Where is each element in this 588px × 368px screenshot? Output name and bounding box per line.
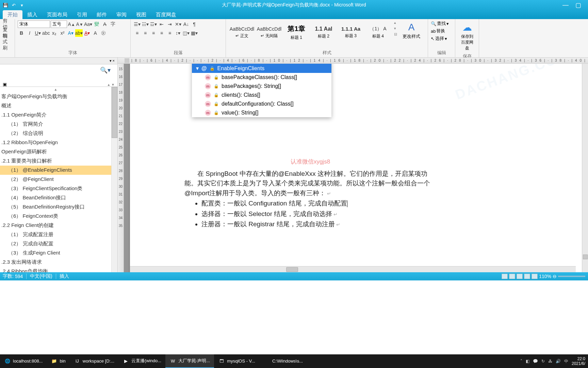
style-scroll-up[interactable]: ▴ xyxy=(394,20,397,25)
nav-item[interactable]: （2） 完成自动配置 xyxy=(0,239,111,248)
tray-sound-icon[interactable]: 🔊 xyxy=(556,359,561,364)
multilevel-icon[interactable]: ☲▾ xyxy=(150,20,157,28)
decrease-indent-icon[interactable]: ⇤ xyxy=(158,20,165,28)
horizontal-scrollbar[interactable] xyxy=(130,266,576,272)
tab-baidu[interactable]: 百度网盘 xyxy=(151,10,181,19)
ide-row[interactable]: m 🔒 basePackageClasses(): Class[] xyxy=(192,73,331,82)
char-shading-icon[interactable]: A xyxy=(92,29,99,37)
grow-font-icon[interactable]: A▲ xyxy=(68,20,75,28)
tab-review[interactable]: 审阅 xyxy=(112,10,131,19)
font-color-icon[interactable]: A▾ xyxy=(83,29,91,37)
word-count-label[interactable]: 字数: xyxy=(3,273,14,279)
style-h3[interactable]: 1.1.1 Aa标题 3 xyxy=(338,22,364,43)
nav-item[interactable]: （2） @FeignClient xyxy=(0,175,111,184)
tray-date[interactable]: 2021/6/ xyxy=(572,361,585,366)
nav-item[interactable]: 概述 xyxy=(0,101,111,110)
underline-icon[interactable]: U▾ xyxy=(34,29,42,37)
nav-item[interactable]: OpenFeign源码解析 xyxy=(0,147,111,156)
style-nospace[interactable]: AaBbCcDdl↵ 无间隔 xyxy=(256,22,282,43)
italic-icon[interactable]: I xyxy=(26,29,33,37)
change-styles-button[interactable]: A 更改样式 xyxy=(400,20,423,41)
nav-scroll-thumb[interactable] xyxy=(112,87,117,138)
nav-item[interactable]: （3） FeignClientSpecification类 xyxy=(0,184,111,193)
char-border-icon[interactable]: 字 xyxy=(109,20,117,28)
nav-tab-headings-icon[interactable]: ▣ xyxy=(3,82,7,87)
qat-customize-icon[interactable]: ▾ xyxy=(19,2,24,8)
replace-button[interactable]: ab替换 xyxy=(431,28,445,34)
select-button[interactable]: ↖选择▾ xyxy=(431,35,447,42)
text-effect-icon[interactable]: A▾ xyxy=(67,29,75,37)
view-draft-button[interactable] xyxy=(532,274,538,279)
font-size-select[interactable] xyxy=(51,20,67,28)
tab-layout[interactable]: 页面布局 xyxy=(42,10,72,19)
nav-item[interactable]: .2.2 Feign Client的创建 xyxy=(0,221,111,230)
sort-icon[interactable]: A↓ xyxy=(182,20,190,28)
undo-icon[interactable]: ↶ xyxy=(11,2,16,8)
tray-time[interactable]: 22:0 xyxy=(572,356,585,361)
tray-up-icon[interactable]: ˄ xyxy=(520,359,522,364)
language-status[interactable]: 中文(中国) xyxy=(30,273,52,279)
insert-mode[interactable]: 插入 xyxy=(60,273,69,279)
v-scroll-thumb[interactable] xyxy=(583,255,588,259)
nav-item[interactable]: （5） BeanDefinitionRegistry接口 xyxy=(0,202,111,212)
borders-icon[interactable]: ▦▾ xyxy=(191,29,198,37)
align-right-icon[interactable]: ≡ xyxy=(150,29,157,37)
styles-gallery[interactable]: AaBbCcDdl↵ 正文 AaBbCcDdl↵ 无间隔 第1章标题 1 1.1… xyxy=(229,20,391,44)
style-h4[interactable]: （1） A标题 4 xyxy=(365,22,391,43)
bullets-icon[interactable]: ☰▾ xyxy=(133,20,141,28)
nav-item[interactable]: .2.1 重要类与接口解析 xyxy=(0,156,111,166)
vertical-ruler[interactable]: 1516171819202122232425262728293031323334… xyxy=(118,64,124,272)
view-read-button[interactable] xyxy=(509,274,515,279)
tab-insert[interactable]: 插入 xyxy=(22,10,42,19)
line-spacing-icon[interactable]: ↕▾ xyxy=(174,29,182,37)
nav-scrollbar[interactable] xyxy=(111,87,117,272)
tab-view[interactable]: 视图 xyxy=(131,10,151,19)
view-print-button[interactable] xyxy=(502,274,508,279)
superscript-icon[interactable]: x² xyxy=(59,29,66,37)
find-button[interactable]: 🔍查找▾ xyxy=(431,20,449,27)
taskbar-item[interactable]: 📁bin xyxy=(47,354,69,368)
tray-refresh-icon[interactable]: ↻ xyxy=(541,359,545,364)
search-icon[interactable]: 🔍▾ xyxy=(100,66,111,74)
format-painter-button[interactable]: 格式刷 xyxy=(3,38,12,46)
h-scroll-thumb[interactable] xyxy=(286,267,298,272)
align-center-icon[interactable]: ≡ xyxy=(142,29,149,37)
show-marks-icon[interactable]: ¶ xyxy=(191,20,198,28)
vertical-scrollbar[interactable] xyxy=(582,64,588,272)
style-more[interactable]: ⊟ xyxy=(394,32,397,36)
highlight-icon[interactable]: ab▾ xyxy=(75,29,83,37)
nav-item[interactable]: （6） FeignContext类 xyxy=(0,212,111,221)
tray-network-icon[interactable]: 🖧 xyxy=(548,359,552,364)
nav-list[interactable]: ▲ 客户端OpenFeign与负载均衡概述.1.1 OpenFeign简介（1）… xyxy=(0,87,111,272)
ide-row[interactable]: m 🔒 basePackages(): String[] xyxy=(192,82,331,91)
ide-row[interactable]: ▾ @ 🔒 EnableFeignClients xyxy=(192,64,331,73)
shrink-font-icon[interactable]: A▼ xyxy=(76,20,83,28)
justify-icon[interactable]: ≡ xyxy=(158,29,165,37)
maximize-button[interactable]: ▢ xyxy=(575,1,581,9)
asian-icon[interactable]: ✕▾ xyxy=(174,20,182,28)
taskbar-item[interactable]: C:\Windows\s... xyxy=(259,354,307,368)
expand-icon[interactable]: ▾ xyxy=(196,65,199,72)
distribute-icon[interactable]: ≡ xyxy=(166,29,174,37)
zoom-slider[interactable] xyxy=(558,276,585,277)
save-icon[interactable]: 💾 xyxy=(3,2,8,8)
increase-indent-icon[interactable]: ⇥ xyxy=(166,20,174,28)
ide-row[interactable]: m 🔒 defaultConfiguration(): Class[] xyxy=(192,99,331,108)
nav-item[interactable]: 客户端OpenFeign与负载均衡 xyxy=(0,92,111,101)
nav-item[interactable]: （2） 综合说明 xyxy=(0,129,111,138)
nav-item[interactable]: （3） 生成Feign Client xyxy=(0,248,111,258)
zoom-out-button[interactable]: ⊖ xyxy=(553,274,557,279)
taskbar-item[interactable]: 🌐localhost:808... xyxy=(0,354,47,368)
view-web-button[interactable] xyxy=(517,274,523,279)
tab-references[interactable]: 引用 xyxy=(72,10,92,19)
save-cloud-button[interactable]: ☁ 保存到百度网盘 xyxy=(458,20,476,52)
style-normal[interactable]: AaBbCcDdl↵ 正文 xyxy=(229,22,255,43)
nav-item[interactable]: （1） @EnableFeignClients xyxy=(0,166,111,175)
taskbar-item[interactable]: ▶云直播(windo... xyxy=(118,354,165,368)
ide-row[interactable]: m 🔒 clients(): Class[] xyxy=(192,91,331,99)
change-case-icon[interactable]: Aa▾ xyxy=(84,20,92,28)
taskbar-item[interactable]: 🗔mysqlOS - V... xyxy=(214,354,259,368)
taskbar-item[interactable]: W大厂学苑-声明... xyxy=(165,354,214,368)
strike-icon[interactable]: abc xyxy=(42,29,50,37)
style-h1[interactable]: 第1章标题 1 xyxy=(283,22,310,43)
